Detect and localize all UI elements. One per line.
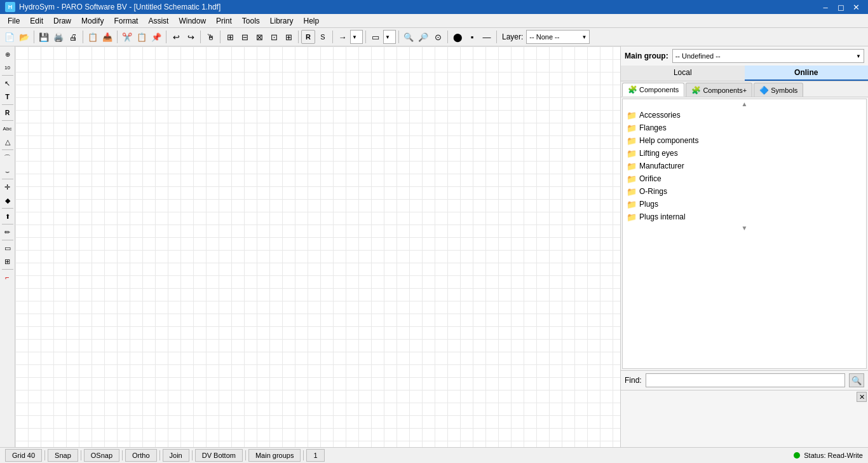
menu-item-modify[interactable]: Modify xyxy=(76,15,109,27)
grid4-button[interactable]: ⊡ xyxy=(267,30,281,44)
redo-button[interactable]: ↪ xyxy=(184,30,198,44)
layer-dropdown[interactable]: -- None -- ▼ xyxy=(526,30,590,44)
status-btn-snap[interactable]: Snap xyxy=(48,449,78,462)
grid2-button[interactable]: ⊟ xyxy=(238,30,252,44)
cut-button[interactable]: ✂️ xyxy=(120,30,134,44)
menu-item-help[interactable]: Help xyxy=(299,15,325,27)
grid3-button[interactable]: ⊠ xyxy=(252,30,266,44)
tree-item[interactable]: 📁Orifice xyxy=(623,172,866,185)
lt-abc-button[interactable]: Abc xyxy=(1,122,14,135)
tree-item[interactable]: 📁Plugs xyxy=(623,198,866,211)
fill-button[interactable]: ▪ xyxy=(465,30,479,44)
status-btn-osnap[interactable]: OSnap xyxy=(84,449,119,462)
folder-icon: 📁 xyxy=(627,123,637,133)
r-button[interactable]: R xyxy=(301,30,315,44)
lt-delta-button[interactable]: △ xyxy=(1,135,14,148)
lt-10-button[interactable]: 10 xyxy=(1,61,14,74)
menu-item-edit[interactable]: Edit xyxy=(25,15,48,27)
rect-dropdown[interactable]: ▼ xyxy=(383,30,396,44)
save-button[interactable]: 💾 xyxy=(37,30,51,44)
tree-item[interactable]: 📁Manufacturer xyxy=(623,160,866,172)
new-button[interactable]: 📄 xyxy=(3,30,17,44)
status-btn-join[interactable]: Join xyxy=(163,449,189,462)
rect-button[interactable]: ▭ xyxy=(369,30,383,44)
close-button[interactable]: ✕ xyxy=(849,1,863,13)
tree-item[interactable]: 📁Help components xyxy=(623,134,866,147)
symbols-label: Symbols xyxy=(771,86,797,94)
arrow-dropdown[interactable]: ▼ xyxy=(350,30,363,44)
zoom-fit-button[interactable]: ⊙ xyxy=(431,30,445,44)
import-button[interactable]: 📥 xyxy=(100,30,114,44)
find-input[interactable] xyxy=(646,373,845,387)
arrow-button[interactable]: → xyxy=(336,30,349,44)
tb-sep11 xyxy=(447,31,448,43)
tree-item[interactable]: 📁Accessories xyxy=(623,109,866,121)
grid5-button[interactable]: ⊞ xyxy=(281,30,295,44)
rect-dropdown-arrow: ▼ xyxy=(385,34,390,40)
lt-rect-button[interactable]: ▭ xyxy=(1,242,14,254)
layer-label: Layer: xyxy=(502,32,523,41)
preview-area: ✕ xyxy=(621,390,868,447)
menu-item-draw[interactable]: Draw xyxy=(48,15,76,27)
status-btn-grid-40[interactable]: Grid 40 xyxy=(5,449,42,462)
lt-pen-button[interactable]: ✏ xyxy=(1,226,14,238)
tree-view[interactable]: ▲📁Accessories📁Flanges📁Help components📁Li… xyxy=(622,99,867,369)
menu-item-library[interactable]: Library xyxy=(265,15,299,27)
tree-item-label: Lifting eyes xyxy=(639,149,678,158)
status-btn-main-groups[interactable]: Main groups xyxy=(248,449,301,462)
symbols-tab[interactable]: 🔷 Symbols xyxy=(754,83,803,97)
lt-cursor-button[interactable]: ↖ xyxy=(1,77,14,90)
lt-arc1-button[interactable]: ⌒ xyxy=(1,151,14,164)
open-button[interactable]: 📂 xyxy=(17,30,31,44)
status-btn-dv-bottom[interactable]: DV Bottom xyxy=(195,449,243,462)
main-group-label: Main group: xyxy=(625,52,668,60)
lt-cross-button[interactable]: ✛ xyxy=(1,181,14,193)
print2-button[interactable]: 🖨 xyxy=(66,30,80,44)
tree-item[interactable]: 📁Flanges xyxy=(623,121,866,134)
page-number-button[interactable]: 1 xyxy=(306,449,324,462)
find-button[interactable]: 🔍 xyxy=(849,373,864,387)
tree-item[interactable]: 📁Lifting eyes xyxy=(623,147,866,160)
lt-path-button[interactable]: ⌐ xyxy=(1,271,14,284)
lt-up-button[interactable]: ⬆ xyxy=(1,210,14,223)
lt-diamond-button[interactable]: ◆ xyxy=(1,194,14,207)
tree-item[interactable]: 📁Plugs internal xyxy=(623,211,866,223)
menu-item-assist[interactable]: Assist xyxy=(143,15,173,27)
lt-magnify-button[interactable]: ⊕ xyxy=(1,48,14,60)
menu-item-format[interactable]: Format xyxy=(109,15,143,27)
line-button[interactable]: — xyxy=(480,30,494,44)
select-button[interactable]: 🖱 xyxy=(203,30,217,44)
circle-button[interactable]: ⬤ xyxy=(451,30,465,44)
menu-item-print[interactable]: Print xyxy=(211,15,237,27)
lt-arc2-button[interactable]: ⌣ xyxy=(1,165,14,177)
zoom-out-button[interactable]: 🔎 xyxy=(416,30,430,44)
menu-item-window[interactable]: Window xyxy=(173,15,211,27)
online-tab[interactable]: Online xyxy=(745,66,869,81)
status-btn-ortho[interactable]: Ortho xyxy=(125,449,157,462)
menu-item-file[interactable]: File xyxy=(3,15,25,27)
components-tab[interactable]: 🧩 Components xyxy=(622,83,684,97)
s-button[interactable]: S xyxy=(316,30,330,44)
restore-button[interactable]: ◻ xyxy=(834,1,848,13)
minimize-button[interactable]: – xyxy=(818,1,832,13)
lt-sep8 xyxy=(2,240,13,240)
preview-close-button[interactable]: ✕ xyxy=(857,392,867,402)
menu-item-tools[interactable]: Tools xyxy=(237,15,265,27)
tree-item[interactable]: 📁O-Rings xyxy=(623,185,866,198)
print-button[interactable]: 🖨️ xyxy=(51,30,65,44)
components-plus-tab[interactable]: 🧩 Components+ xyxy=(686,83,752,97)
paste-button[interactable]: 📌 xyxy=(149,30,163,44)
lt-sep2 xyxy=(2,104,13,105)
lt-table-button[interactable]: ⊞ xyxy=(1,255,14,268)
local-tab[interactable]: Local xyxy=(621,66,745,81)
lt-text-button[interactable]: T xyxy=(1,90,14,103)
lt-r-button[interactable]: R xyxy=(1,106,14,119)
tree-item-label: Plugs internal xyxy=(639,212,686,221)
grid1-button[interactable]: ⊞ xyxy=(223,30,237,44)
zoom-in-button[interactable]: 🔍 xyxy=(402,30,416,44)
undo-button[interactable]: ↩ xyxy=(169,30,183,44)
export-button[interactable]: 📋 xyxy=(86,30,100,44)
main-group-dropdown[interactable]: -- Undefined -- ▼ xyxy=(672,49,864,63)
canvas-area[interactable] xyxy=(15,46,620,447)
copy-button[interactable]: 📋 xyxy=(135,30,149,44)
